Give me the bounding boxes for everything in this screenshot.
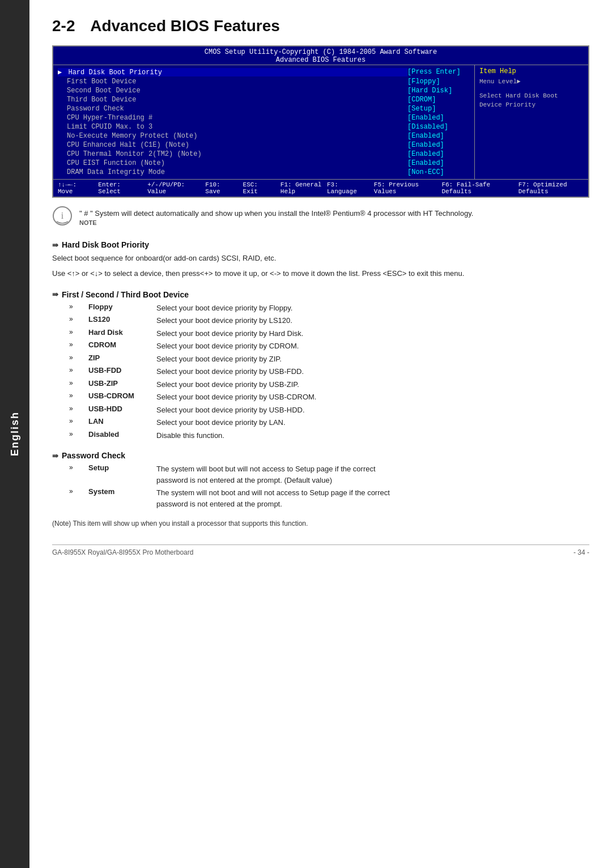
bios-footer-item: F1: General Help	[280, 181, 327, 195]
bios-right-text2: Device Priority	[479, 101, 584, 109]
section-arrow-pwcheck: ⇛	[52, 452, 58, 460]
bios-footer-item: +/-/PU/PD: Value	[147, 181, 194, 195]
section-title: Advanced BIOS Features	[90, 17, 280, 35]
item-arrow-icon: »	[69, 303, 86, 314]
item-name: ZIP	[88, 354, 156, 365]
bios-row-label: DRAM Data Integrity Mode	[58, 168, 407, 176]
password-check-items: »SetupThe system will boot but will not …	[52, 463, 589, 509]
note-icon: i	[52, 206, 73, 230]
bios-row-label: Second Boot Device	[58, 87, 407, 95]
hdbp-para1: Select boot sequence for onboard(or add-…	[52, 253, 589, 265]
bios-row: Password Check[Setup]	[58, 104, 470, 113]
bios-footer-item: F6: Fail-Safe Defaults	[441, 181, 507, 195]
list-item: »SystemThe system will not boot and will…	[52, 487, 589, 509]
item-description: Select your boot device priority by LS12…	[156, 315, 589, 326]
bios-row-value: [Enabled]	[407, 159, 470, 167]
bios-footer-item: F7: Optimized Defaults	[518, 181, 584, 195]
item-description: The system will boot but will not access…	[156, 463, 589, 486]
main-content: 2-2 Advanced BIOS Features CMOS Setup Ut…	[29, 0, 612, 573]
list-item: »LS120Select your boot device priority b…	[52, 315, 589, 326]
hdbp-para2: Use <↑> or <↓> to select a device, then …	[52, 268, 589, 280]
bios-row-value: [Floppy]	[407, 78, 470, 86]
bios-row-label: ▶ Hard Disk Boot Priority	[58, 68, 407, 76]
bios-header: CMOS Setup Utility-Copyright (C) 1984-20…	[53, 46, 588, 65]
note-label: NOTE	[79, 219, 473, 226]
bios-row-label: CPU Hyper-Threading #	[58, 114, 407, 122]
bios-row-value: [Non-ECC]	[407, 168, 470, 176]
item-arrow-icon: »	[69, 417, 86, 428]
item-arrow-icon: »	[69, 405, 86, 416]
section-heading-bootdev: ⇛ First / Second / Third Boot Device	[52, 290, 589, 299]
bios-row-label: CPU Thermal Monitor 2(TM2) (Note)	[58, 150, 407, 158]
page-title: 2-2 Advanced BIOS Features	[52, 17, 589, 35]
item-description: Select your boot device priority by Hard…	[156, 328, 589, 339]
item-description: Select your boot device priority by Flop…	[156, 303, 589, 314]
bios-row: No-Execute Memory Protect (Note)[Enabled…	[58, 131, 470, 141]
note-section: i " # " System will detect automatically…	[52, 208, 589, 230]
bios-row-value: [Enabled]	[407, 132, 470, 140]
bios-row: Third Boot Device[CDROM]	[58, 95, 470, 104]
list-item: »FloppySelect your boot device priority …	[52, 303, 589, 314]
item-name: USB-HDD	[88, 405, 156, 416]
item-name: CDROM	[88, 341, 156, 352]
section-heading-pwcheck: ⇛ Password Check	[52, 451, 589, 460]
item-description: Select your boot device priority by LAN.	[156, 417, 589, 428]
item-arrow-icon: »	[69, 328, 86, 339]
item-arrow-icon: »	[69, 354, 86, 365]
section-heading-hdbp: ⇛ Hard Disk Boot Priority	[52, 240, 589, 249]
bios-row: Limit CPUID Max. to 3[Disabled]	[58, 122, 470, 131]
item-description: Disable this function.	[156, 430, 589, 441]
item-description: Select your boot device priority by USB-…	[156, 379, 589, 390]
bios-footer-item: Enter: Select	[98, 181, 136, 195]
item-arrow-icon: »	[69, 341, 86, 352]
note-text: " # " System will detect automatically a…	[79, 208, 473, 219]
item-name: Setup	[88, 463, 156, 472]
bios-row-arrow: ▶	[58, 69, 66, 76]
sidebar-label: English	[9, 411, 21, 456]
list-item: »DisabledDisable this function.	[52, 430, 589, 441]
bios-row-label: CPU Enhanced Halt (C1E) (Note)	[58, 141, 407, 149]
bios-row: ▶ Hard Disk Boot Priority[Press Enter]	[58, 67, 470, 77]
bios-footer-item: F3: Language	[327, 181, 363, 195]
bios-left-panel: ▶ Hard Disk Boot Priority[Press Enter] F…	[53, 65, 475, 179]
bios-right-text1: Select Hard Disk Boot	[479, 92, 584, 100]
sidebar: English	[0, 0, 29, 868]
bios-row-value: [Enabled]	[407, 141, 470, 149]
bios-row: CPU Hyper-Threading #[Enabled]	[58, 113, 470, 122]
bios-row-label: No-Execute Memory Protect (Note)	[58, 132, 407, 140]
section-heading-bootdev-label: First / Second / Third Boot Device	[62, 290, 189, 299]
bios-header-line2: Advanced BIOS Features	[53, 56, 588, 64]
bottom-note: (Note) This item will show up when you i…	[52, 520, 589, 527]
bios-footer-item: F5: Previous Values	[374, 181, 431, 195]
bios-header-line1: CMOS Setup Utility-Copyright (C) 1984-20…	[53, 48, 588, 56]
bios-row-label: Password Check	[58, 105, 407, 113]
list-item: »USB-HDDSelect your boot device priority…	[52, 405, 589, 416]
bios-menu-level: Menu Level►	[479, 78, 584, 86]
bios-footer-row2: F3: LanguageF5: Previous ValuesF6: Fail-…	[327, 181, 584, 195]
boot-device-items: »FloppySelect your boot device priority …	[52, 303, 589, 441]
bios-row-label: First Boot Device	[58, 78, 407, 86]
bios-row-value: [Press Enter]	[407, 68, 470, 76]
item-arrow-icon: »	[69, 366, 86, 377]
list-item: »USB-ZIPSelect your boot device priority…	[52, 379, 589, 390]
item-name: LS120	[88, 315, 156, 326]
list-item: »USB-CDROMSelect your boot device priori…	[52, 392, 589, 403]
item-name: USB-FDD	[88, 366, 156, 377]
page-footer: GA-8I955X Royal/GA-8I955X Pro Motherboar…	[52, 544, 589, 556]
bios-body: ▶ Hard Disk Boot Priority[Press Enter] F…	[53, 65, 588, 179]
item-description: The system will not boot and will not ac…	[156, 487, 589, 509]
section-hard-disk-boot-priority: ⇛ Hard Disk Boot Priority Select boot se…	[52, 240, 589, 280]
bios-footer: ↑↓→←: MoveEnter: Select+/-/PU/PD: ValueF…	[53, 179, 588, 197]
item-name: Floppy	[88, 303, 156, 314]
item-arrow-icon: »	[69, 487, 86, 495]
item-arrow-icon: »	[69, 315, 86, 326]
bios-row-value: [CDROM]	[407, 96, 470, 104]
bios-screen: CMOS Setup Utility-Copyright (C) 1984-20…	[52, 45, 589, 198]
bios-row-value: [Setup]	[407, 105, 470, 113]
item-description: Select your boot device priority by USB-…	[156, 366, 589, 377]
section-password-check: ⇛ Password Check »SetupThe system will b…	[52, 451, 589, 509]
bios-row-label: Third Boot Device	[58, 96, 407, 104]
section-number: 2-2	[52, 17, 75, 35]
list-item: »Hard DiskSelect your boot device priori…	[52, 328, 589, 339]
bios-rows: ▶ Hard Disk Boot Priority[Press Enter] F…	[58, 67, 470, 177]
